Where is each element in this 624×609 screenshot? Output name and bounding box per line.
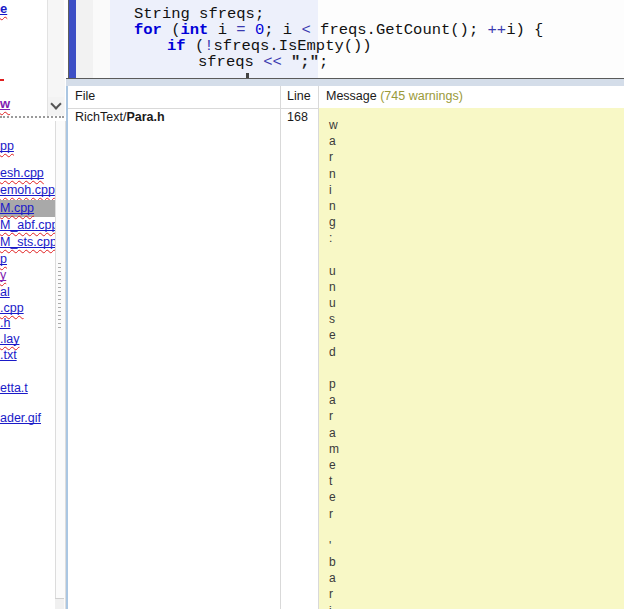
warning-message-char: r: [329, 408, 339, 424]
file-list-item[interactable]: pp: [0, 139, 14, 154]
file-name: Para.h: [126, 110, 164, 124]
file-list-scrollbar-thumb[interactable]: [58, 263, 61, 330]
warning-message-char: a: [329, 570, 339, 586]
warning-message-char: r: [329, 506, 339, 522]
warning-message-char: [329, 522, 339, 538]
column-separator[interactable]: [280, 86, 281, 609]
editor-accent-bar: [69, 0, 76, 78]
file-list-item[interactable]: .lay: [0, 332, 19, 347]
file-list-item[interactable]: .txt: [0, 348, 17, 363]
editor-gutter[interactable]: [76, 0, 93, 78]
file-list-item[interactable]: .cpp: [0, 301, 24, 316]
warning-message-char: e: [329, 457, 339, 473]
warning-message-char: p: [329, 376, 339, 392]
warning-message-char: a: [329, 392, 339, 408]
warning-message: warning:unusedparameter'bari: [329, 117, 339, 609]
warning-message-char: i: [329, 182, 339, 198]
code-line[interactable]: String sfreqs;: [134, 6, 264, 22]
column-header-line[interactable]: Line: [287, 89, 311, 103]
editor-margin: [93, 0, 110, 78]
file-list-item[interactable]: emoh.cpp: [0, 183, 55, 198]
output-panel-border: [66, 86, 68, 609]
file-list-item[interactable]: M.cpp: [0, 200, 57, 217]
warning-message-char: s: [329, 311, 339, 327]
file-list-scroll-down-button[interactable]: [55, 598, 64, 609]
warning-message-char: g: [329, 214, 339, 230]
column-header-file[interactable]: File: [75, 89, 95, 103]
file-list-item[interactable]: M_abf.cpp: [0, 218, 58, 233]
warning-message-char: ': [329, 538, 339, 554]
warning-message-char: u: [329, 295, 339, 311]
warning-row-message-cell[interactable]: warning:unusedparameter'bari: [319, 108, 624, 609]
file-list-item[interactable]: al: [0, 285, 10, 300]
code-line[interactable]: for (int i = 0; i < freqs.GetCount(); ++…: [134, 22, 543, 38]
package-item[interactable]: e: [0, 1, 7, 16]
warning-message-char: e: [329, 489, 339, 505]
ide-window: ew ppesh.cppemoh.cppM.cppM_abf.cppM_sts.…: [0, 0, 624, 609]
file-list-item[interactable]: esh.cpp: [0, 166, 44, 181]
sidebar: ew ppesh.cppemoh.cppM.cppM_abf.cppM_sts.…: [0, 0, 66, 609]
warning-row-line-cell[interactable]: 168: [287, 110, 308, 124]
warning-message-char: d: [329, 344, 339, 360]
warning-count-badge: (745 warnings): [380, 89, 463, 103]
file-list-item[interactable]: y: [0, 268, 6, 283]
file-list-item[interactable]: M_sts.cpp: [0, 235, 57, 250]
warning-message-char: u: [329, 263, 339, 279]
warning-message-char: a: [329, 425, 339, 441]
file-list-item[interactable]: .h: [0, 316, 10, 331]
warning-message-char: [329, 360, 339, 376]
code-line[interactable]: sfreqs << ";";: [198, 54, 328, 70]
scroll-down-button[interactable]: [48, 97, 64, 115]
file-list-item[interactable]: p: [0, 252, 7, 267]
selected-file-highlight: M.cpp: [0, 200, 57, 217]
file-list-item[interactable]: ader.gif: [0, 411, 41, 426]
package-item[interactable]: w: [0, 96, 10, 111]
warning-message-char: n: [329, 279, 339, 295]
warning-message-char: m: [329, 441, 339, 457]
warning-message-char: :: [329, 230, 339, 246]
warning-message-char: e: [329, 327, 339, 343]
warning-message-char: n: [329, 166, 339, 182]
output-header-row: File Line Message (745 warnings): [68, 86, 624, 109]
message-header-label: Message: [326, 89, 380, 103]
warning-message-char: w: [329, 117, 339, 133]
file-list-item[interactable]: etta.t: [0, 381, 28, 396]
code-line[interactable]: if (!sfreqs.IsEmpty()): [167, 38, 372, 54]
column-header-message[interactable]: Message (745 warnings): [326, 89, 463, 103]
panel-splitter-handle[interactable]: [0, 116, 64, 118]
chevron-down-icon: [50, 98, 61, 109]
warning-message-char: r: [329, 149, 339, 165]
file-path-prefix: RichText/: [75, 110, 126, 124]
warning-message-char: n: [329, 198, 339, 214]
warning-message-char: b: [329, 554, 339, 570]
warning-message-char: r: [329, 586, 339, 602]
warning-message-char: a: [329, 133, 339, 149]
warning-row-file-cell[interactable]: RichText/Para.h: [75, 110, 165, 124]
file-list-scrollbar[interactable]: [55, 121, 66, 609]
warning-message-char: t: [329, 473, 339, 489]
warning-message-char: [329, 247, 339, 263]
truncated-item-mark: [0, 79, 4, 81]
warning-message-char: i: [329, 603, 339, 609]
